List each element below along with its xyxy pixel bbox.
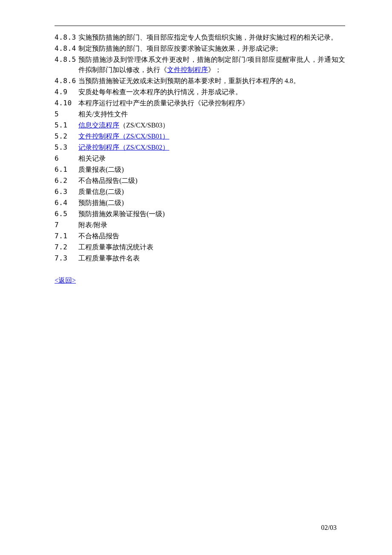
doc-link[interactable]: 文件控制程序 [167,66,208,73]
back-link-row: <返回> [55,275,345,286]
item-text: 制定预防措施的部门、项目部应按要求验证实施效果，并形成记录; [78,43,345,54]
item-number: 6.3 [55,187,78,197]
item-number: 7 [55,220,78,230]
doc-link[interactable]: 信息交流程序 [78,121,119,129]
list-item: 6.2 不合格品报告(二级) [55,176,345,186]
item-number: 5.3 [55,142,78,153]
item-number: 5.2 [55,131,78,142]
document-page: 4.8.3 实施预防措施的部门、项目部应指定专人负责组织实施，并做好实施过程的相… [55,26,345,286]
list-item: 4.8.5 预防措施涉及到管理体系文件更改时，措施的制定部门/项目部应提醒审批人… [55,55,345,75]
item-number: 4.8.6 [55,76,78,86]
content: 4.8.3 实施预防措施的部门、项目部应指定专人负责组织实施，并做好实施过程的相… [55,32,345,286]
item-number: 7.1 [55,231,78,241]
item-number: 6.4 [55,198,78,208]
item-number: 6 [55,153,78,164]
item-number: 5 [55,109,78,119]
item-number: 4.8.3 [55,32,78,43]
item-number: 6.1 [55,165,78,175]
list-item: 7.1 不合格品报告 [55,231,345,241]
item-text: 文件控制程序（ZS/CX/SB01） [78,131,345,142]
list-item: 6.4 预防措施(二级) [55,198,345,208]
item-number: 4.8.5 [55,55,78,65]
item-number: 6.5 [55,209,78,219]
item-text: 相关/支持性文件 [78,109,345,119]
list-item: 5.3 记录控制程序（ZS/CX/SB02） [55,142,345,153]
back-link[interactable]: <返回> [55,277,76,284]
item-number: 7.2 [55,242,78,252]
item-text: 记录控制程序（ZS/CX/SB02） [78,142,345,153]
item-number: 4.8.4 [55,43,78,54]
item-text: 附表/附录 [78,220,345,230]
item-text: 不合格品报告(二级) [78,176,345,186]
list-item: 4.8.6 当预防措施验证无效或未达到预期的基本要求时，重新执行本程序的 4.8… [55,76,345,86]
item-text: 本程序运行过程中产生的质量记录执行《记录控制程序》 [78,98,345,108]
item-number: 4.9 [55,87,78,97]
item-text: 不合格品报告 [78,231,345,241]
item-number: 4.10 [55,98,78,108]
item-text: 预防措施涉及到管理体系文件更改时，措施的制定部门/项目部应提醒审批人，并通知文件… [78,55,345,75]
list-item: 4.8.3 实施预防措施的部门、项目部应指定专人负责组织实施，并做好实施过程的相… [55,32,345,43]
item-text: 当预防措施验证无效或未达到预期的基本要求时，重新执行本程序的 4.8。 [78,76,345,86]
item-number: 5.1 [55,120,78,130]
list-item: 7.3 工程质量事故件名表 [55,253,345,263]
text-post: （ZS/CX/SB03） [119,121,169,129]
item-text: 质量报表(二级) [78,165,345,175]
list-item: 4.9 安质处每年检查一次本程序的执行情况，并形成记录。 [55,87,345,97]
item-text: 预防措施效果验证报告(一级) [78,209,345,219]
list-item: 4.10 本程序运行过程中产生的质量记录执行《记录控制程序》 [55,98,345,108]
list-item: 5.2 文件控制程序（ZS/CX/SB01） [55,131,345,142]
list-item: 7 附表/附录 [55,220,345,230]
item-text: 工程质量事故件名表 [78,253,345,263]
item-number: 6.2 [55,176,78,186]
list-item: 5 相关/支持性文件 [55,109,345,119]
item-number: 7.3 [55,253,78,263]
item-text: 工程质量事故情况统计表 [78,242,345,252]
list-item: 6.5 预防措施效果验证报告(一级) [55,209,345,219]
doc-link[interactable]: 记录控制程序（ZS/CX/SB02） [78,144,169,151]
doc-link[interactable]: 文件控制程序（ZS/CX/SB01） [78,133,169,140]
item-text: 相关记录 [78,153,345,164]
list-item: 7.2 工程质量事故情况统计表 [55,242,345,252]
list-item: 6 相关记录 [55,153,345,164]
list-item: 6.1 质量报表(二级) [55,165,345,175]
item-text: 质量信息(二级) [78,187,345,197]
item-text: 实施预防措施的部门、项目部应指定专人负责组织实施，并做好实施过程的相关记录。 [78,32,345,43]
list-item: 5.1 信息交流程序（ZS/CX/SB03） [55,120,345,130]
list-item: 4.8.4 制定预防措施的部门、项目部应按要求验证实施效果，并形成记录; [55,43,345,54]
item-text: 预防措施(二级) [78,198,345,208]
page-number: 02/03 [321,523,337,533]
text-post: 》； [208,66,222,73]
item-text: 安质处每年检查一次本程序的执行情况，并形成记录。 [78,87,345,97]
list-item: 6.3 质量信息(二级) [55,187,345,197]
item-text: 信息交流程序（ZS/CX/SB03） [78,120,345,130]
